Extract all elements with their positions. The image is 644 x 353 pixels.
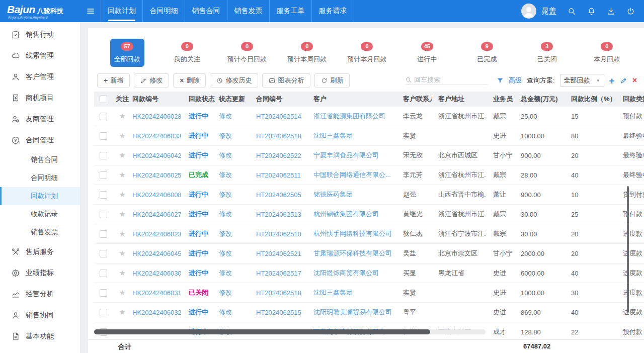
contract-id-link[interactable]: HT2024062517 [253, 263, 309, 283]
stat-tab[interactable]: 57全部回款 [97, 39, 157, 68]
edit-button[interactable]: 修改 [134, 73, 169, 87]
search-input[interactable] [414, 76, 489, 83]
plan-id-link[interactable]: HK20242406008 [132, 185, 186, 204]
refresh-button[interactable]: 刷新 [314, 73, 350, 87]
sidebar-item[interactable]: 销售行动 [0, 24, 80, 45]
sidebar-subitem[interactable]: 销售合同 [0, 151, 80, 169]
star-icon[interactable]: ★ [119, 131, 125, 140]
row-checkbox[interactable] [100, 113, 107, 120]
modify-link[interactable]: 修改 [216, 107, 253, 126]
modify-link[interactable]: 修改 [216, 205, 253, 224]
row-checkbox[interactable] [100, 152, 107, 159]
download-icon[interactable] [607, 7, 615, 16]
sidebar-item[interactable]: 合同管理 [0, 130, 80, 151]
delete-button[interactable]: ×删除 [173, 73, 206, 87]
contract-id-link[interactable]: HT2024062521 [253, 244, 309, 263]
sidebar-item[interactable]: 线索管理 [0, 45, 80, 66]
sidebar-item[interactable]: 商机项目 [0, 87, 80, 109]
advanced-search-link[interactable]: 高级 [509, 76, 522, 85]
customer-link[interactable]: 沈阳三鑫集团 [309, 126, 397, 145]
row-checkbox[interactable] [100, 230, 107, 238]
stat-tab[interactable]: 3已关闭 [517, 39, 577, 68]
star-icon[interactable]: ★ [119, 112, 125, 121]
star-icon[interactable]: ★ [119, 210, 125, 219]
plan-id-link[interactable]: HK20242406031 [132, 283, 186, 302]
stat-tab[interactable]: 9已完成 [457, 39, 517, 68]
customer-link[interactable]: 中国联合网络通信有限公... [309, 165, 397, 185]
plan-id-link[interactable]: HK20242406030 [132, 263, 186, 283]
table-row[interactable]: ★HK20242406025已完成修改HT2024062511中国联合网络通信有… [94, 165, 644, 185]
modify-link[interactable]: 修改 [216, 224, 253, 243]
user-avatar[interactable] [521, 4, 536, 19]
table-row[interactable]: ★HK20242406028进行中修改HT2024062514浙江省能源集团有限… [94, 107, 644, 126]
star-icon[interactable]: ★ [119, 249, 125, 258]
query-scheme-select[interactable]: 全部回款 ▼ [560, 74, 604, 87]
add-scheme-button[interactable]: + [609, 76, 615, 85]
star-icon[interactable]: ★ [119, 170, 125, 180]
history-button[interactable]: 修改历史 [210, 73, 258, 87]
stat-tab-inner[interactable]: 57全部回款 [110, 39, 144, 67]
sidebar-item[interactable]: 客户管理 [0, 66, 80, 87]
star-icon[interactable]: ★ [119, 151, 125, 160]
filter-funnel-icon[interactable] [497, 77, 504, 84]
table-row[interactable]: ★HK20242406045进行中修改HT2024062521甘肃瑞源环保科技有… [94, 244, 644, 263]
horizontal-scrollbar-track[interactable] [94, 329, 486, 334]
plan-id-link[interactable]: HK20242406025 [132, 165, 186, 185]
modify-link[interactable]: 修改 [216, 263, 253, 283]
sidebar-item[interactable]: 售后服务 [0, 241, 80, 262]
modify-link[interactable]: 修改 [216, 283, 253, 302]
customer-link[interactable]: 甘肃瑞源环保科技有限公司 [309, 244, 397, 263]
star-icon[interactable]: ★ [119, 190, 125, 199]
stat-tab[interactable]: 45进行中 [397, 39, 457, 68]
topbar-tab[interactable]: 销售合同 [185, 0, 227, 22]
table-row[interactable]: ★HK20242406033进行中修改HT2024062518沈阳三鑫集团实贤史… [94, 126, 644, 146]
topbar-tab[interactable]: 回款计划 [101, 0, 143, 22]
table-row[interactable]: ★HK20242406027进行中修改HT2024062513杭州钢铁集团有限公… [94, 205, 644, 224]
star-icon[interactable]: ★ [119, 288, 125, 297]
plus-button[interactable]: +新增 [97, 73, 130, 87]
modify-link[interactable]: 修改 [216, 126, 253, 145]
contract-id-link[interactable]: HT2024062515 [253, 303, 309, 322]
horizontal-scrollbar-thumb[interactable] [94, 329, 430, 334]
customer-link[interactable]: 沈阳玥雅美澜贸易有限公司 [309, 303, 397, 322]
star-icon[interactable]: ★ [119, 229, 125, 238]
contract-id-link[interactable]: HT2024062505 [253, 185, 309, 204]
edit-scheme-button[interactable] [620, 77, 627, 84]
stat-tab[interactable]: 0预计本周回款 [277, 39, 337, 68]
sidebar-item[interactable]: 销售协同 [0, 305, 80, 326]
star-icon[interactable]: ★ [119, 308, 125, 317]
customer-link[interactable]: 浙江省能源集团有限公司 [309, 107, 397, 126]
chart-analysis-button[interactable]: 图表分析 [262, 73, 310, 87]
stat-tab-inner[interactable]: 3已关闭 [537, 39, 557, 68]
stat-tab-inner[interactable]: 0本月回款 [594, 39, 620, 68]
customer-link[interactable]: 铭德医药集团 [309, 185, 397, 204]
table-row[interactable]: ★HK20242406030进行中修改HT2024062517沈阳煜烁商贸有限公… [94, 263, 644, 283]
topbar-tab[interactable]: 销售发票 [227, 0, 270, 22]
stat-tab-inner[interactable]: 9已完成 [477, 39, 497, 68]
stat-tab-inner[interactable]: 45进行中 [417, 39, 437, 68]
delete-scheme-button[interactable]: × [632, 76, 637, 84]
plan-id-link[interactable]: HK20242406023 [132, 224, 186, 243]
row-checkbox[interactable] [100, 132, 107, 140]
plan-id-link[interactable]: HK20242406028 [132, 107, 186, 126]
stat-tab-inner[interactable]: 0预计今日回款 [227, 39, 267, 68]
modify-link[interactable]: 修改 [216, 165, 253, 185]
row-checkbox[interactable] [100, 289, 107, 297]
contract-id-link[interactable]: HT2024062518 [253, 126, 309, 145]
search-icon[interactable] [568, 7, 576, 16]
customer-link[interactable]: 杭州钢铁集团有限公司 [309, 205, 397, 224]
row-checkbox[interactable] [100, 191, 107, 199]
star-icon[interactable]: ★ [119, 269, 125, 278]
contract-id-link[interactable]: HT2024062522 [253, 146, 309, 165]
contract-id-link[interactable]: HT2024062510 [253, 224, 309, 243]
power-icon[interactable] [626, 7, 635, 16]
sidebar-item[interactable]: 经营分析 [0, 284, 80, 305]
stat-tab[interactable]: 0我的关注 [157, 39, 217, 68]
sidebar-subitem[interactable]: 回款计划 [0, 187, 80, 205]
table-row[interactable]: ★HK20242406032进行中修改HT2024062515沈阳玥雅美澜贸易有… [94, 303, 644, 322]
stat-tab-inner[interactable]: 0我的关注 [174, 39, 200, 68]
contract-id-link[interactable]: HT2024062513 [253, 205, 309, 224]
contract-id-link[interactable]: HT2024062511 [253, 165, 309, 185]
modify-link[interactable]: 修改 [216, 244, 253, 263]
plan-id-link[interactable]: HK20242406045 [132, 244, 186, 263]
